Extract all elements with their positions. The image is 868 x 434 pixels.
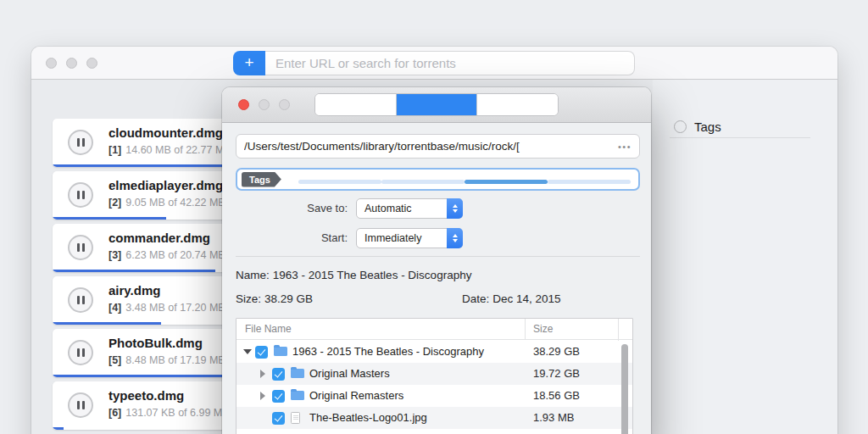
pause-button[interactable] bbox=[68, 130, 93, 155]
size-value: 38.29 GB bbox=[264, 292, 313, 305]
table-row[interactable]: The-Beatles-Logo01.jpg 1.93 MB bbox=[236, 407, 632, 429]
table-row[interactable]: 1963 - 2015 The Beatles - Discography 38… bbox=[236, 341, 632, 363]
tag-chip[interactable] bbox=[298, 180, 381, 184]
file-type-icon bbox=[274, 347, 287, 356]
table-row[interactable]: Original Masters 19.72 GB bbox=[236, 363, 632, 385]
table-header: File Name Size bbox=[236, 319, 632, 340]
disclosure-triangle-icon[interactable] bbox=[260, 392, 265, 400]
tag-chip[interactable] bbox=[548, 180, 631, 184]
torrent-path-field[interactable]: /Users/test/Documents/library/torrentbas… bbox=[236, 134, 640, 159]
tag-filter-item[interactable] bbox=[653, 231, 837, 253]
queue-index: [3] bbox=[108, 249, 121, 261]
tag-filter-item[interactable] bbox=[653, 208, 837, 231]
table-scrollbar[interactable] bbox=[621, 344, 628, 434]
add-download-button[interactable]: + bbox=[233, 51, 265, 75]
pause-button[interactable] bbox=[68, 235, 93, 260]
source-tab[interactable] bbox=[396, 94, 477, 115]
tags-section-icon[interactable] bbox=[674, 120, 687, 133]
queue-index: [4] bbox=[108, 302, 121, 314]
download-name: commander.dmg bbox=[108, 231, 210, 245]
divider bbox=[236, 256, 640, 257]
disclosure-triangle-icon[interactable] bbox=[243, 349, 252, 354]
file-checkbox[interactable] bbox=[272, 390, 285, 403]
column-file-name: File Name bbox=[245, 319, 292, 340]
download-progress-text: [3]6.23 MB of 20.74 MB bbox=[108, 249, 225, 261]
tags-sidebar: Tags bbox=[653, 80, 837, 434]
download-progress-text: [2]9.05 MB of 42.22 MB bbox=[108, 197, 225, 209]
queue-index: [2] bbox=[108, 197, 121, 209]
download-progress-text: [1]14.60 MB of 22.77 MB bbox=[108, 144, 231, 156]
zoom-button[interactable] bbox=[86, 58, 97, 69]
download-name: elmediaplayer.dmg bbox=[108, 178, 223, 192]
pause-icon bbox=[77, 243, 80, 252]
pause-icon bbox=[77, 138, 80, 147]
queue-index: [5] bbox=[108, 354, 121, 366]
minimize-button[interactable] bbox=[66, 58, 77, 69]
table-row[interactable]: Original Remasters 18.56 GB bbox=[236, 385, 632, 407]
progress-amount: 9.05 MB of 42.22 MB bbox=[125, 197, 225, 209]
pause-icon bbox=[82, 401, 85, 409]
dialog-minimize-button[interactable] bbox=[259, 99, 270, 110]
tags-flag-label: Tags bbox=[242, 172, 281, 187]
tag-chip[interactable] bbox=[381, 180, 465, 184]
progress-amount: 6.23 MB of 20.74 MB bbox=[125, 249, 225, 261]
tag-chips-field[interactable]: Tags bbox=[236, 168, 640, 191]
file-checkbox[interactable] bbox=[255, 346, 268, 359]
popup-arrows-icon bbox=[447, 228, 463, 248]
torrent-size-line: Size:38.29 GB bbox=[236, 292, 316, 305]
add-torrent-dialog: /Users/test/Documents/library/torrentbas… bbox=[222, 87, 651, 434]
save-to-label: Save to: bbox=[222, 198, 348, 219]
dialog-close-button[interactable] bbox=[238, 99, 249, 110]
disclosure-triangle-icon[interactable] bbox=[260, 370, 265, 378]
dialog-titlebar bbox=[222, 87, 651, 123]
file-name: The-Beatles-Logo01.jpg bbox=[309, 407, 427, 429]
source-tabs bbox=[314, 93, 559, 116]
file-type-icon bbox=[291, 391, 304, 400]
file-name: Original Remasters bbox=[309, 385, 403, 407]
progress-bar bbox=[53, 217, 166, 220]
file-type-icon bbox=[291, 412, 300, 424]
pause-button[interactable] bbox=[68, 182, 93, 208]
download-name: airy.dmg bbox=[108, 283, 160, 298]
file-type-icon bbox=[291, 369, 304, 378]
file-checkbox[interactable] bbox=[272, 412, 285, 425]
save-to-popup[interactable]: Automatic bbox=[356, 198, 463, 219]
search-input[interactable] bbox=[265, 51, 635, 75]
queue-index: [6] bbox=[108, 407, 121, 419]
start-label: Start: bbox=[222, 228, 348, 248]
progress-amount: 8.48 MB of 17.19 MB bbox=[125, 354, 225, 366]
tag-filter-item[interactable] bbox=[653, 162, 837, 185]
progress-amount: 3.48 MB of 17.20 MB bbox=[125, 302, 225, 314]
tag-filter-item[interactable] bbox=[653, 185, 837, 208]
pause-button[interactable] bbox=[68, 287, 93, 313]
file-name: 1963 - 2015 The Beatles - Discography bbox=[292, 341, 484, 363]
pause-button[interactable] bbox=[68, 340, 93, 365]
pause-icon bbox=[82, 243, 85, 252]
table-row[interactable] bbox=[236, 429, 632, 434]
main-toolbar: + bbox=[31, 47, 837, 80]
dialog-window-controls bbox=[238, 87, 290, 122]
column-size: Size bbox=[533, 319, 553, 340]
tag-chip[interactable] bbox=[465, 180, 548, 184]
column-divider bbox=[525, 319, 526, 340]
dialog-zoom-button[interactable] bbox=[279, 99, 290, 110]
pause-icon bbox=[82, 348, 85, 357]
pause-icon bbox=[77, 296, 80, 304]
close-button[interactable] bbox=[46, 58, 57, 69]
torrent-date-line: Date:Dec 14, 2015 bbox=[462, 292, 565, 305]
browse-button[interactable]: ••• bbox=[615, 142, 632, 152]
plus-icon: + bbox=[244, 54, 253, 70]
download-name: PhotoBulk.dmg bbox=[108, 336, 203, 350]
source-tab[interactable] bbox=[315, 94, 396, 115]
file-checkbox[interactable] bbox=[272, 368, 285, 381]
source-tab[interactable] bbox=[476, 94, 558, 115]
pause-icon bbox=[77, 348, 80, 357]
start-popup[interactable]: Immediately bbox=[356, 228, 463, 248]
name-label: Name: bbox=[236, 269, 270, 281]
divider bbox=[670, 137, 810, 138]
tag-filter-item[interactable] bbox=[653, 139, 837, 162]
date-label: Date: bbox=[462, 292, 489, 305]
dialog-body: /Users/test/Documents/library/torrentbas… bbox=[222, 123, 651, 434]
pause-button[interactable] bbox=[68, 392, 93, 418]
file-rows: 1963 - 2015 The Beatles - Discography 38… bbox=[236, 341, 632, 434]
